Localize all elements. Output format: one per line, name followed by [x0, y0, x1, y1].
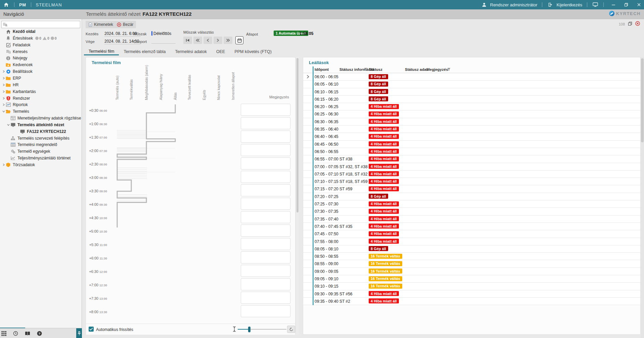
window-scrollbar[interactable]: [641, 57, 644, 338]
downtime-row[interactable]: 06:25 - 06:304 Hiba miatt áll: [303, 110, 640, 118]
chevron-right-icon[interactable]: [1, 163, 6, 166]
comment-box[interactable]: [241, 225, 290, 237]
sidebar-item-rendszer[interactable]: Rendszer: [0, 95, 82, 102]
downtime-row[interactable]: 06:35 - 06:404 Hiba miatt áll: [303, 126, 640, 133]
chevron-right-icon[interactable]: [1, 103, 6, 106]
close-button[interactable]: [634, 1, 644, 9]
film-scrollbar[interactable]: [296, 57, 299, 335]
downtime-row[interactable]: 09:35 - 09:40ST #24 Hiba miatt áll: [303, 298, 640, 305]
chevron-down-icon[interactable]: [6, 124, 10, 126]
sidebar-item-fa122-kyrtech122[interactable]: FA122 KYRTECH122: [0, 128, 82, 135]
comment-box[interactable]: [241, 198, 290, 210]
sidebar-item-hr[interactable]: HR: [0, 82, 82, 88]
chevron-down-icon[interactable]: [1, 110, 6, 113]
refresh-button[interactable]: [287, 326, 295, 333]
restore-button[interactable]: [621, 1, 631, 9]
close-view-button[interactable]: Bezár: [114, 21, 136, 28]
pin-sidebar-button[interactable]: [76, 328, 82, 338]
downtime-row[interactable]: 07:00 - 07:05ST #32, ST #384 Hiba miatt …: [303, 163, 640, 171]
downtime-row[interactable]: 07:10 - 07:15ST #18, ST #594 Hiba miatt …: [303, 178, 640, 185]
chevron-right-icon[interactable]: [1, 84, 6, 86]
tab-ppm-k-vet-s-ftq-[interactable]: PPM követés (FTQ): [230, 47, 276, 55]
downtime-row[interactable]: 06:05 - 06:108 Gép áll: [303, 81, 640, 88]
col-header-comment[interactable]: Megjegyzés: [426, 67, 448, 71]
downtime-row[interactable]: 07:15 - 07:20ST #594 Hiba miatt áll: [303, 185, 640, 193]
chevron-right-icon[interactable]: [1, 90, 6, 93]
downtime-row[interactable]: 07:25 - 07:304 Hiba miatt áll: [303, 200, 640, 208]
sidebar-item-karbantart-s[interactable]: Karbantartás: [0, 88, 82, 95]
minimize-button[interactable]: [608, 1, 618, 9]
history-icon[interactable]: [13, 331, 18, 336]
downtime-row[interactable]: 07:55 - 08:004 Hiba miatt áll: [303, 238, 640, 245]
downtime-row[interactable]: 06:45 - 06:504 Hiba miatt áll: [303, 141, 640, 148]
display-icon[interactable]: [592, 1, 599, 8]
comment-box[interactable]: [241, 251, 290, 263]
sidebar-search-input[interactable]: [8, 21, 80, 28]
sidebar-item-t-rzsadatok[interactable]: Törzsadatok: [0, 161, 82, 168]
chevron-right-icon[interactable]: [1, 77, 6, 80]
downtime-row[interactable]: 07:05 - 07:10ST #18, ST #324 Hiba miatt …: [303, 171, 640, 178]
sidebar-item-teljes-tm-nysz-ml-l-t-rt-net[interactable]: Teljesítményszámláló történet: [0, 155, 82, 161]
comment-box[interactable]: [241, 305, 290, 317]
comment-box[interactable]: [241, 238, 290, 250]
previous-shift-button[interactable]: [203, 37, 212, 44]
tab-termel-si-adatok[interactable]: Termelési adatok: [170, 47, 212, 55]
downtime-row[interactable]: 09:30 - 09:35ST #564 Hiba miatt áll: [303, 290, 640, 298]
sidebar-item-erp[interactable]: ERP: [0, 75, 82, 82]
sidebar-item-termel-si-megrendel-[interactable]: Termelési megrendelő: [0, 141, 82, 148]
sidebar-item-menetteljes-tm-ny-adatok-r-gz-t-se[interactable]: 12Menetteljesítmény adatok rögzítése: [0, 115, 82, 122]
home-icon[interactable]: [3, 1, 9, 8]
downtime-row[interactable]: 08:50 - 08:5516 Termék váltás: [303, 253, 640, 260]
first-shift-button[interactable]: [183, 37, 192, 44]
downtime-row[interactable]: 06:00 - 06:058 Gép áll: [303, 73, 640, 81]
comment-box[interactable]: [241, 144, 290, 156]
downtime-row[interactable]: 07:45 - 07:504 Hiba miatt áll: [303, 230, 640, 238]
tab-termel-si-film[interactable]: Termelési film: [84, 47, 119, 55]
help-icon[interactable]: ?: [37, 331, 42, 336]
sidebar-item-termel-s[interactable]: Termelés: [0, 108, 82, 115]
downtime-row[interactable]: 06:40 - 06:454 Hiba miatt áll: [303, 133, 640, 140]
col-header-time[interactable]: Időpont: [315, 67, 329, 71]
sidebar-item-kedvencek[interactable]: Kedvencek: [0, 61, 82, 68]
downtime-row[interactable]: 06:20 - 06:254 Hiba miatt áll: [303, 103, 640, 110]
filter-funnel-icon[interactable]: [447, 67, 451, 71]
downtime-row[interactable]: 07:35 - 07:404 Hiba miatt áll: [303, 215, 640, 223]
downtime-row[interactable]: 09:10 - 09:1516 Termék váltás: [303, 283, 640, 290]
comment-box[interactable]: [241, 184, 290, 196]
comment-box[interactable]: [241, 117, 290, 129]
manual-icon[interactable]: [25, 331, 30, 336]
sidebar-item-n-vjegy[interactable]: Névjegy: [0, 55, 82, 61]
sidebar-item-termel-egys-gek[interactable]: Termelő egységek: [0, 148, 82, 155]
chevron-right-icon[interactable]: [1, 97, 6, 100]
downtime-row[interactable]: 06:10 - 06:158 Gép áll: [303, 88, 640, 96]
sidebar-item--rtes-t-sek[interactable]: Értesítések000: [0, 35, 82, 42]
fast-back-button[interactable]: [193, 37, 202, 44]
sidebar-item-be-ll-t-sok[interactable]: Beállítások: [0, 68, 82, 75]
comment-box[interactable]: [241, 211, 290, 223]
zoom-slider-track[interactable]: [238, 329, 286, 330]
sidebar-item-riportok[interactable]: Riportok: [0, 101, 82, 108]
comment-box[interactable]: [241, 131, 290, 143]
calendar-button[interactable]: [235, 36, 243, 44]
expand-row-icon[interactable]: [307, 75, 309, 80]
downtime-row[interactable]: 07:40 - 07:45ST #354 Hiba miatt áll: [303, 223, 640, 230]
next-shift-button[interactable]: [214, 37, 222, 44]
downtime-row[interactable]: 09:00 - 09:0516 Termék váltás: [303, 268, 640, 275]
comment-box[interactable]: [241, 157, 290, 170]
sidebar-item-termel-s-ttekint-n-zet[interactable]: Termelés áttekintő nézet: [0, 122, 82, 128]
tab-oee[interactable]: OEE: [212, 47, 230, 55]
col-header-status[interactable]: Státusz: [369, 67, 382, 71]
downtime-row[interactable]: 09:05 - 09:1016 Termék váltás: [303, 275, 640, 283]
downtime-row[interactable]: 07:30 - 07:354 Hiba miatt áll: [303, 208, 640, 215]
downtime-row[interactable]: 06:50 - 06:554 Hiba miatt áll: [303, 148, 640, 155]
downtime-row[interactable]: 08:05 - 08:108 Gép áll: [303, 245, 640, 253]
current-user[interactable]: Rendszer adminisztrátor: [490, 2, 538, 7]
group-value[interactable]: [151, 39, 176, 44]
col-header-status-data[interactable]: Státusz adat: [405, 67, 428, 71]
filter-funnel-icon[interactable]: [364, 67, 367, 71]
chevron-right-icon[interactable]: [1, 70, 6, 73]
auto-refresh-checkbox[interactable]: [89, 327, 94, 332]
sidebar-item-feladatok[interactable]: Feladatok: [0, 42, 82, 48]
close-all-icon[interactable]: [635, 21, 640, 27]
downtime-row[interactable]: 08:55 - 09:0016 Termék váltás: [303, 260, 640, 268]
